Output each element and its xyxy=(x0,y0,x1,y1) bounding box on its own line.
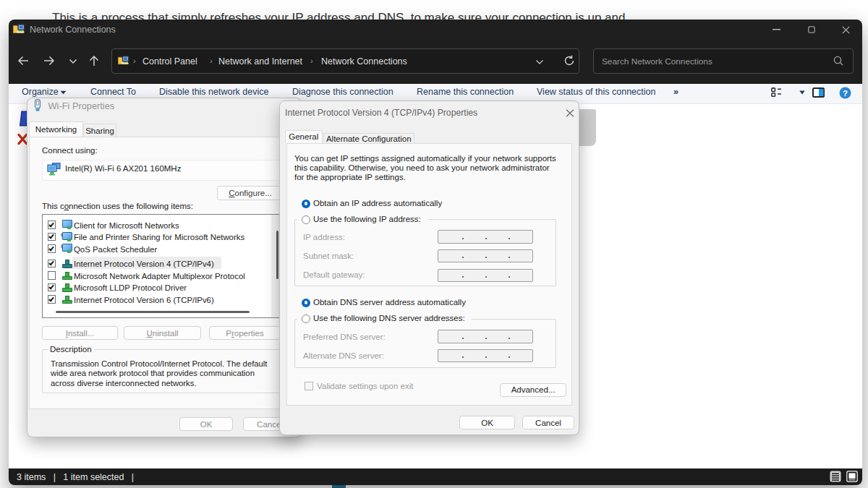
svg-text:?: ? xyxy=(843,89,848,98)
